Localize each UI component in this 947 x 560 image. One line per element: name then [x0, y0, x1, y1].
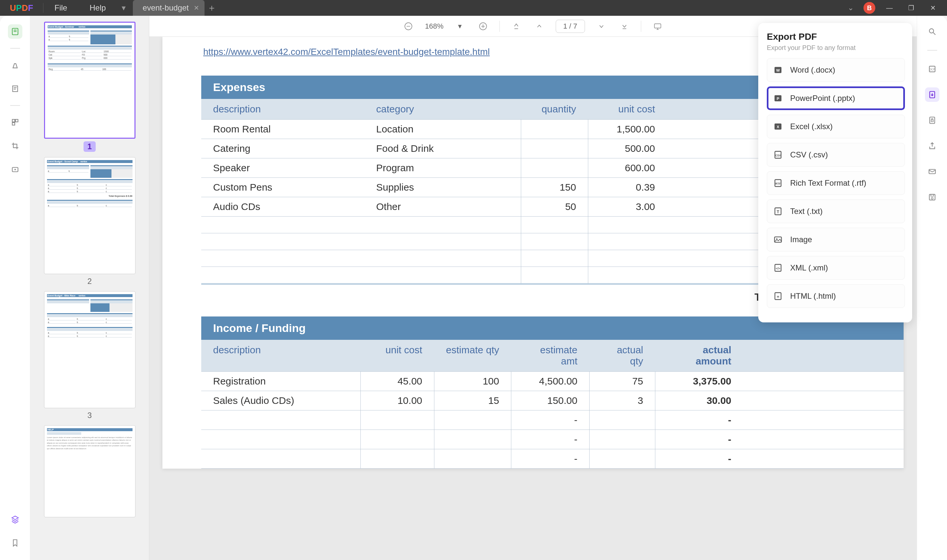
- page-thumbnail[interactable]: HELP Lorem ipsum dolor sit amet consecte…: [44, 425, 136, 517]
- svg-text:X: X: [777, 125, 779, 129]
- chevron-down-icon[interactable]: ⌄: [844, 4, 857, 12]
- col-description: description: [201, 340, 360, 371]
- svg-rect-24: [930, 117, 935, 123]
- share-icon[interactable]: [925, 139, 939, 153]
- col-actual-qty: actual qty: [589, 340, 655, 371]
- app-logo: UPDF: [0, 3, 43, 13]
- zoom-out-button[interactable]: [402, 20, 415, 33]
- table-row: Registration45.001004,500.00753,375.00: [201, 372, 904, 391]
- col-description: description: [201, 99, 364, 119]
- page-number: 2: [88, 277, 92, 286]
- svg-rect-6: [12, 119, 15, 122]
- svg-text:CSV: CSV: [775, 154, 781, 157]
- html-icon: H: [773, 291, 783, 301]
- page-thumbnail[interactable]: Event Budget - Scout Camp vertex ab abca…: [44, 157, 136, 274]
- svg-text:OCR: OCR: [929, 68, 935, 71]
- page-thumbnail[interactable]: Event Budget - Bike Race vertex abcabc a…: [44, 291, 136, 408]
- ocr-icon[interactable]: OCR: [925, 62, 939, 76]
- organize-tool-icon[interactable]: [8, 115, 22, 129]
- page-indicator[interactable]: 1 / 7: [556, 20, 585, 33]
- first-page-button[interactable]: [510, 20, 523, 33]
- col-estimate-qty: estimate qty: [434, 340, 511, 371]
- presentation-icon[interactable]: [651, 20, 664, 33]
- svg-line-20: [933, 32, 936, 35]
- svg-rect-28: [930, 194, 933, 196]
- reader-tool-icon[interactable]: [8, 24, 22, 39]
- protect-icon[interactable]: [925, 113, 939, 128]
- svg-text:W: W: [776, 68, 780, 72]
- highlight-tool-icon[interactable]: [8, 58, 22, 72]
- mail-icon[interactable]: [925, 164, 939, 179]
- export-xml-button[interactable]: </>XML (.xml): [767, 256, 905, 280]
- export-rtf-button[interactable]: RTFRich Text Format (.rtf): [767, 171, 905, 195]
- word-icon: W: [773, 65, 783, 75]
- crop-tool-icon[interactable]: [8, 139, 22, 153]
- svg-point-43: [776, 238, 778, 240]
- export-panel: Export PDF Export your PDF to any format…: [758, 23, 912, 322]
- left-rail: [0, 16, 30, 560]
- tab-list-dropdown[interactable]: ▾: [117, 3, 130, 12]
- separator: [10, 105, 20, 106]
- export-csv-button[interactable]: CSVCSV (.csv): [767, 143, 905, 167]
- image-icon: [773, 235, 783, 245]
- zoom-in-button[interactable]: [476, 20, 490, 33]
- export-text-button[interactable]: TText (.txt): [767, 200, 905, 223]
- col-actual-amount: actual amount: [655, 340, 743, 371]
- svg-rect-7: [15, 119, 18, 122]
- export-icon[interactable]: [925, 88, 939, 102]
- rtf-icon: RTF: [773, 178, 783, 188]
- col-estimate-amt: estimate amt: [511, 340, 589, 371]
- separator: [10, 48, 20, 49]
- right-rail: OCR: [917, 16, 947, 560]
- powerpoint-icon: P: [773, 93, 783, 103]
- save-icon[interactable]: [925, 190, 939, 205]
- svg-text:P: P: [777, 96, 779, 100]
- table-row: --: [201, 411, 904, 430]
- close-icon[interactable]: ✕: [194, 4, 199, 12]
- svg-rect-25: [931, 120, 933, 122]
- col-unit-cost: unit cost: [360, 340, 434, 371]
- close-button[interactable]: ✕: [925, 4, 941, 12]
- export-word-button[interactable]: WWord (.docx): [767, 58, 905, 82]
- table-header-row: description unit cost estimate qty estim…: [201, 340, 904, 372]
- svg-point-19: [929, 29, 933, 33]
- avatar[interactable]: B: [864, 2, 875, 14]
- document-tab[interactable]: event-budget ✕: [133, 0, 205, 16]
- maximize-button[interactable]: ❐: [904, 4, 919, 12]
- new-tab-button[interactable]: ＋: [205, 2, 219, 14]
- svg-rect-8: [12, 123, 15, 125]
- export-image-button[interactable]: Image: [767, 228, 905, 251]
- export-powerpoint-button[interactable]: PPowerPoint (.pptx): [767, 86, 905, 110]
- export-excel-button[interactable]: XExcel (.xlsx): [767, 115, 905, 138]
- svg-point-29: [931, 197, 933, 199]
- redact-tool-icon[interactable]: [8, 162, 22, 177]
- search-icon[interactable]: [925, 24, 939, 39]
- col-category: category: [364, 99, 521, 119]
- zoom-value: 168%: [425, 22, 443, 31]
- col-quantity: quantity: [521, 99, 588, 119]
- table-row: --: [201, 449, 904, 469]
- layers-icon[interactable]: [8, 512, 22, 526]
- edit-tool-icon[interactable]: [8, 82, 22, 96]
- svg-text:T: T: [777, 209, 779, 214]
- menu-help[interactable]: Help: [78, 3, 117, 12]
- last-page-button[interactable]: [618, 20, 631, 33]
- minimize-button[interactable]: —: [882, 4, 897, 12]
- svg-text:H: H: [777, 295, 779, 298]
- export-html-button[interactable]: HHTML (.html): [767, 284, 905, 308]
- export-title: Export PDF: [767, 32, 905, 42]
- table-row: Sales (Audio CDs)10.0015150.00330.00: [201, 391, 904, 411]
- separator: [927, 50, 937, 51]
- menu-file[interactable]: File: [43, 3, 79, 12]
- next-page-button[interactable]: [595, 20, 608, 33]
- xml-icon: </>: [773, 263, 783, 273]
- text-icon: T: [773, 206, 783, 216]
- page-thumbnail[interactable]: Event Budget - Seminar vertex abab RoomL…: [44, 22, 136, 139]
- zoom-dropdown[interactable]: ▾: [453, 20, 467, 33]
- csv-icon: CSV: [773, 150, 783, 160]
- tab-label: event-budget: [143, 3, 189, 12]
- page-number: 3: [88, 411, 92, 420]
- bookmark-icon[interactable]: [8, 536, 22, 550]
- thumbnail-pane: Event Budget - Seminar vertex abab RoomL…: [30, 16, 149, 560]
- prev-page-button[interactable]: [533, 20, 546, 33]
